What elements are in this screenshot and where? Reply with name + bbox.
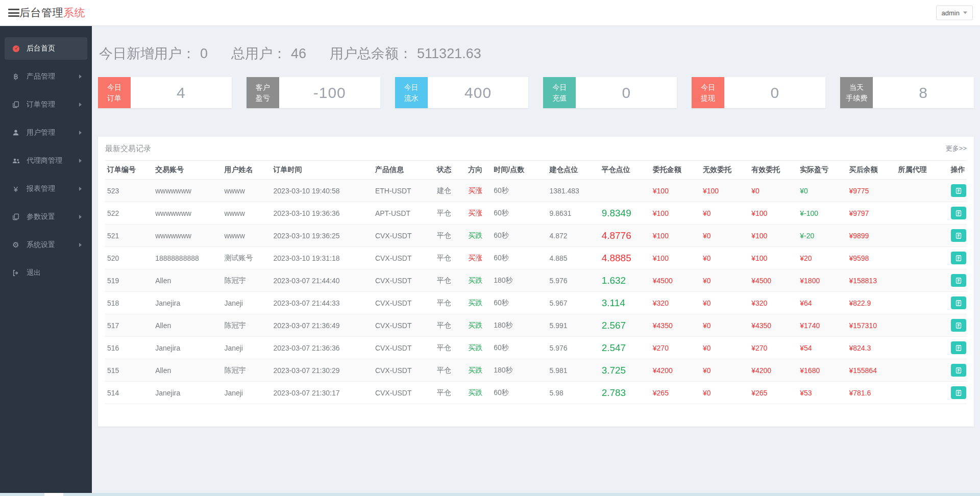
cell-duration: 60秒 [492, 337, 547, 359]
sidebar-item-params[interactable]: 参数设置 [5, 206, 87, 228]
card-value: 4 [131, 77, 232, 108]
cell-account: Janejira [153, 292, 222, 314]
menu-toggle-icon[interactable] [8, 7, 19, 19]
cell-status: 平仓 [435, 269, 466, 292]
cell-duration: 60秒 [492, 247, 547, 269]
cell-status: 平仓 [435, 225, 466, 247]
column-header-open: 建仓点位 [547, 161, 599, 180]
cell-duration: 180秒 [492, 269, 547, 292]
cell-valid: ¥265 [749, 382, 798, 404]
cell-direction: 买涨 [466, 180, 492, 202]
sidebar-item-reports[interactable]: ¥ 报表管理 [5, 178, 87, 200]
cell-profit: ¥1740 [798, 314, 847, 337]
gears-icon: ⚙ [11, 240, 21, 250]
cell-id: 522 [105, 202, 153, 225]
chevron-right-icon [79, 187, 82, 191]
sidebar-item-label: 退出 [27, 268, 41, 278]
cell-invalid: ¥0 [701, 314, 749, 337]
cell-status: 建仓 [435, 180, 466, 202]
cell-time: 2023-03-07 21:30:17 [272, 382, 373, 404]
cell-account: Allen [153, 314, 222, 337]
sidebar-item-label: 后台首页 [27, 44, 55, 53]
cell-action [949, 269, 967, 292]
cell-valid: ¥270 [749, 337, 798, 359]
dashboard-icon [11, 45, 21, 53]
sidebar-item-home[interactable]: 后台首页 [5, 37, 87, 60]
scrollbar-thumb[interactable] [44, 493, 63, 496]
cell-profit: ¥20 [798, 247, 847, 269]
table-row: 522wwwwwwwwwww2023-03-10 19:36:36APT-USD… [105, 202, 967, 225]
table-row: 517Allen陈冠宇2023-03-07 21:36:49CVX-USDT平仓… [105, 314, 967, 337]
user-icon [11, 129, 21, 136]
column-header-name: 用户姓名 [222, 161, 271, 180]
cell-agent [896, 247, 949, 269]
sidebar-item-label: 参数设置 [27, 212, 55, 221]
table-row: 519Allen陈冠宇2023-03-07 21:44:40CVX-USDT平仓… [105, 269, 967, 292]
more-link[interactable]: 更多>> [946, 144, 967, 153]
cell-time: 2023-03-07 21:44:40 [272, 269, 373, 292]
cell-amount: ¥265 [651, 382, 701, 404]
cell-action [949, 359, 967, 382]
view-order-button[interactable] [951, 229, 966, 242]
cell-close: 4.8776 [600, 225, 651, 247]
user-menu[interactable]: admin [936, 6, 973, 20]
cell-close: 4.8885 [600, 247, 651, 269]
cell-id: 516 [105, 337, 153, 359]
cell-action [949, 314, 967, 337]
sidebar-item-logout[interactable]: 退出 [5, 262, 87, 284]
cell-time: 2023-03-10 19:36:25 [272, 225, 373, 247]
cell-action [949, 292, 967, 314]
cell-balance: ¥158813 [847, 269, 896, 292]
view-order-button[interactable] [951, 296, 966, 309]
cell-account: Janejira [153, 337, 222, 359]
cell-time: 2023-03-10 19:40:58 [272, 180, 373, 202]
stat-label: 用户总余额： [330, 44, 412, 63]
cell-profit: ¥64 [798, 292, 847, 314]
yen-icon: ¥ [11, 185, 21, 193]
cell-action [949, 337, 967, 359]
cell-direction: 买涨 [466, 202, 492, 225]
cell-open: 5.981 [547, 359, 599, 382]
panel-title: 最新交易记录 [105, 144, 151, 154]
summary-cards: 今日订单 4 客户盈亏 -100 今日流水 400 今日充值 0 今日提现 [98, 77, 974, 108]
cell-balance: ¥9797 [847, 202, 896, 225]
cell-amount: ¥320 [651, 292, 701, 314]
cell-account: 18888888888 [153, 247, 222, 269]
sidebar-item-system[interactable]: ⚙ 系统设置 [5, 234, 87, 256]
view-order-button[interactable] [951, 386, 966, 399]
sidebar-item-users[interactable]: 用户管理 [5, 121, 87, 144]
horizontal-scrollbar[interactable] [0, 493, 980, 496]
view-order-button[interactable] [951, 364, 966, 377]
chevron-right-icon [79, 215, 82, 219]
view-order-button[interactable] [951, 207, 966, 219]
cell-product: CVX-USDT [373, 247, 435, 269]
view-order-button[interactable] [951, 341, 966, 354]
view-order-button[interactable] [951, 252, 966, 264]
cell-time: 2023-03-07 21:36:36 [272, 337, 373, 359]
view-order-button[interactable] [951, 184, 966, 197]
sidebar-item-label: 产品管理 [27, 72, 55, 81]
card-today-withdraw: 今日提现 0 [692, 77, 825, 108]
chevron-right-icon [79, 159, 82, 163]
cell-status: 平仓 [435, 202, 466, 225]
stat-value: 511321.63 [417, 46, 481, 62]
cell-agent [896, 337, 949, 359]
cell-profit: ¥-100 [798, 202, 847, 225]
sidebar-item-products[interactable]: ฿ 产品管理 [5, 65, 87, 88]
cell-name: 测试账号 [222, 247, 271, 269]
cell-balance: ¥157310 [847, 314, 896, 337]
card-badge: 今日流水 [395, 77, 428, 108]
column-header-close: 平仓点位 [600, 161, 651, 180]
sidebar-item-agents[interactable]: 代理商管理 [5, 150, 87, 172]
cell-open: 4.872 [547, 225, 599, 247]
cell-profit: ¥1800 [798, 269, 847, 292]
cell-product: APT-USDT [373, 202, 435, 225]
cell-agent [896, 359, 949, 382]
cell-time: 2023-03-07 21:30:29 [272, 359, 373, 382]
cell-name: 陈冠宇 [222, 314, 271, 337]
card-today-flow: 今日流水 400 [395, 77, 529, 108]
view-order-button[interactable] [951, 274, 966, 287]
sidebar-item-orders[interactable]: 订单管理 [5, 93, 87, 116]
cell-agent [896, 382, 949, 404]
view-order-button[interactable] [951, 319, 966, 332]
